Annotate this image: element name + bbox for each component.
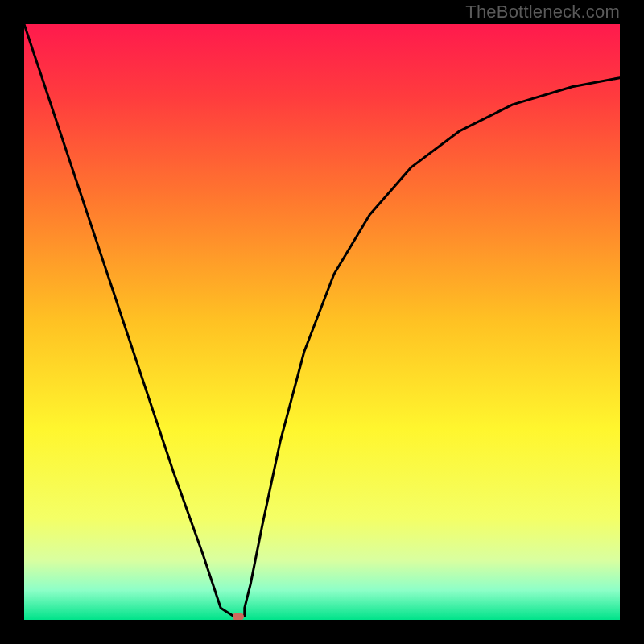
chart-frame: TheBottleneck.com [0, 0, 644, 644]
optimal-marker [233, 613, 244, 620]
bottleneck-curve [24, 24, 620, 616]
plot-area [24, 24, 620, 620]
curve-layer [24, 24, 620, 620]
watermark-text: TheBottleneck.com [465, 2, 620, 23]
